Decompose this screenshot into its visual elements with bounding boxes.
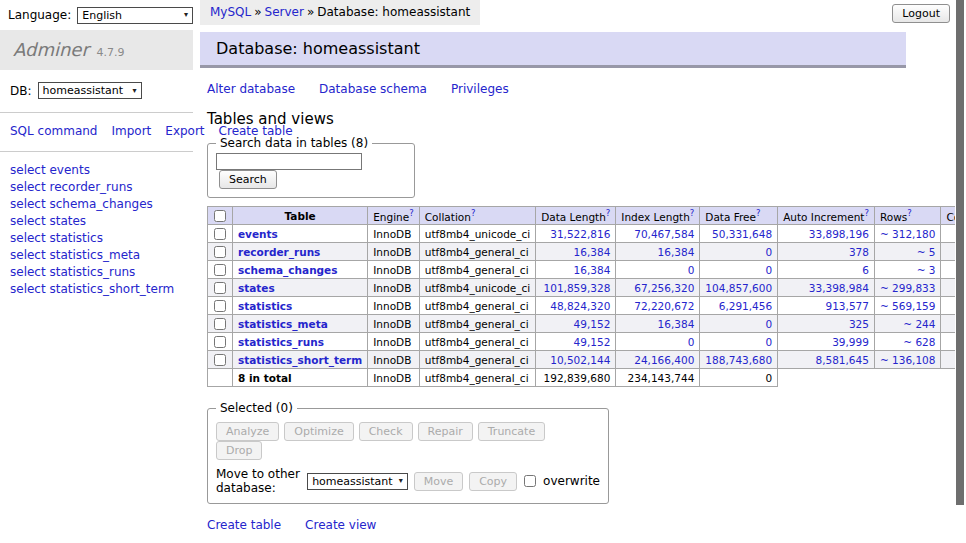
data-length-link[interactable]: 31,522,816 xyxy=(550,228,610,240)
sidebar-item-select-states[interactable]: select states xyxy=(10,213,183,230)
auto-increment-link[interactable]: 6 xyxy=(862,264,869,276)
link-create-view[interactable]: Create view xyxy=(305,518,376,532)
index-length-link[interactable]: 72,220,672 xyxy=(634,300,694,312)
rows-estimate-link[interactable]: ~ 244 xyxy=(903,318,935,330)
data-free-link[interactable]: 0 xyxy=(765,336,772,348)
rows-estimate-link[interactable]: ~ 628 xyxy=(903,336,935,348)
rows-estimate-link[interactable]: ~ 136,108 xyxy=(880,354,936,366)
table-name-link-events[interactable]: events xyxy=(238,228,278,240)
data-length-link[interactable]: 49,152 xyxy=(574,336,611,348)
auto-increment-link[interactable]: 33,398,984 xyxy=(809,282,869,294)
table-name-link-schema-changes[interactable]: schema_changes xyxy=(238,264,338,276)
row-checkbox-statistics-meta[interactable] xyxy=(214,318,226,330)
index-length-link[interactable]: 67,256,320 xyxy=(634,282,694,294)
table-name-link-states[interactable]: states xyxy=(238,282,275,294)
auto-increment-link[interactable]: 8,581,645 xyxy=(815,354,868,366)
data-length-link[interactable]: 48,824,320 xyxy=(550,300,610,312)
auto-increment-link[interactable]: 378 xyxy=(849,246,869,258)
search-button[interactable]: Search xyxy=(219,170,277,189)
link-privileges[interactable]: Privileges xyxy=(451,82,509,96)
index-length-link[interactable]: 16,384 xyxy=(658,318,695,330)
sidebar-item-select-statistics-meta[interactable]: select statistics_meta xyxy=(10,247,183,264)
row-checkbox-statistics[interactable] xyxy=(214,300,226,312)
select-all-checkbox[interactable] xyxy=(214,210,226,222)
table-name-link-recorder-runs[interactable]: recorder_runs xyxy=(238,246,320,258)
index-length-link[interactable]: 16,384 xyxy=(658,246,695,258)
row-checkbox-statistics-runs[interactable] xyxy=(214,336,226,348)
table-name-link-statistics-short-term[interactable]: statistics_short_term xyxy=(238,354,362,366)
breadcrumb-link-server[interactable]: Server xyxy=(265,5,304,19)
sidebar-item-select-schema-changes[interactable]: select schema_changes xyxy=(10,196,183,213)
help-link-index-length[interactable]: ? xyxy=(690,208,695,218)
rows-estimate-link[interactable]: ~ 569,159 xyxy=(880,300,936,312)
index-length-link[interactable]: 0 xyxy=(688,336,695,348)
data-free-link[interactable]: 0 xyxy=(765,246,772,258)
data-free-link[interactable]: 188,743,680 xyxy=(705,354,772,366)
data-length-link[interactable]: 49,152 xyxy=(574,318,611,330)
table-name-link-statistics-meta[interactable]: statistics_meta xyxy=(238,318,328,330)
row-checkbox-schema-changes[interactable] xyxy=(214,264,226,276)
link-database-schema[interactable]: Database schema xyxy=(319,82,427,96)
data-length-link[interactable]: 10,502,144 xyxy=(550,354,610,366)
row-checkbox-events[interactable] xyxy=(214,228,226,240)
move-db-select[interactable]: homeassistant ▾ xyxy=(307,473,408,490)
data-length-link[interactable]: 16,384 xyxy=(574,264,611,276)
move-button[interactable]: Move xyxy=(414,472,464,491)
data-length-link[interactable]: 16,384 xyxy=(574,246,611,258)
copy-button[interactable]: Copy xyxy=(469,472,517,491)
sidebar-action-export[interactable]: Export xyxy=(165,124,204,138)
data-free-link[interactable]: 6,291,456 xyxy=(719,300,772,312)
link-alter-database[interactable]: Alter database xyxy=(207,82,295,96)
truncate-button[interactable]: Truncate xyxy=(478,422,545,441)
rows-estimate-link[interactable]: ~ 5 xyxy=(917,246,936,258)
help-link-collation[interactable]: ? xyxy=(471,208,476,218)
analyze-button[interactable]: Analyze xyxy=(216,422,279,441)
overwrite-checkbox[interactable] xyxy=(524,475,536,487)
sidebar-action-import[interactable]: Import xyxy=(111,124,151,138)
help-link-engine[interactable]: ? xyxy=(409,208,414,218)
check-button[interactable]: Check xyxy=(359,422,413,441)
index-length-link[interactable]: 70,467,584 xyxy=(634,228,694,240)
link-create-table[interactable]: Create table xyxy=(207,518,281,532)
sidebar-item-select-statistics-runs[interactable]: select statistics_runs xyxy=(10,264,183,281)
drop-button[interactable]: Drop xyxy=(216,441,262,460)
sidebar-item-select-statistics-short-term[interactable]: select statistics_short_term xyxy=(10,281,183,298)
breadcrumb-link-mysql[interactable]: MySQL xyxy=(210,5,251,19)
logout-button[interactable]: Logout xyxy=(892,4,950,23)
language-select[interactable]: English ▾ xyxy=(77,7,193,24)
sidebar-item-select-events[interactable]: select events xyxy=(10,162,183,179)
sidebar-item-select-statistics[interactable]: select statistics xyxy=(10,230,183,247)
db-select[interactable]: homeassistant ▾ xyxy=(38,82,142,99)
index-length-link[interactable]: 0 xyxy=(688,264,695,276)
row-checkbox-statistics-short-term[interactable] xyxy=(214,354,226,366)
help-link-data-free[interactable]: ? xyxy=(756,208,761,218)
data-free-link[interactable]: 50,331,648 xyxy=(712,228,772,240)
optimize-button[interactable]: Optimize xyxy=(284,422,353,441)
total-label-cell: 8 in total xyxy=(233,369,368,387)
data-free-link[interactable]: 0 xyxy=(765,264,772,276)
repair-button[interactable]: Repair xyxy=(418,422,473,441)
table-name-link-statistics[interactable]: statistics xyxy=(238,300,292,312)
auto-increment-link[interactable]: 325 xyxy=(849,318,869,330)
auto-increment-link[interactable]: 39,999 xyxy=(832,336,869,348)
scrollbar-thumb[interactable] xyxy=(956,0,964,505)
auto-increment-link[interactable]: 913,577 xyxy=(826,300,869,312)
help-link-data-length[interactable]: ? xyxy=(606,208,611,218)
rows-estimate-link[interactable]: ~ 3 xyxy=(917,264,936,276)
index-length-link[interactable]: 24,166,400 xyxy=(634,354,694,366)
help-link-auto-increment[interactable]: ? xyxy=(864,208,869,218)
data-free-link[interactable]: 0 xyxy=(765,318,772,330)
row-checkbox-states[interactable] xyxy=(214,282,226,294)
table-name-link-statistics-runs[interactable]: statistics_runs xyxy=(238,336,324,348)
search-input[interactable] xyxy=(216,153,362,170)
sidebar-item-select-recorder-runs[interactable]: select recorder_runs xyxy=(10,179,183,196)
auto-increment-link[interactable]: 33,898,196 xyxy=(809,228,869,240)
help-link-rows[interactable]: ? xyxy=(907,208,912,218)
data-length-link[interactable]: 101,859,328 xyxy=(544,282,611,294)
data-free-link[interactable]: 104,857,600 xyxy=(705,282,772,294)
rows-estimate-link[interactable]: ~ 299,833 xyxy=(880,282,936,294)
sidebar-action-sql-command[interactable]: SQL command xyxy=(10,124,97,138)
row-checkbox-recorder-runs[interactable] xyxy=(214,246,226,258)
rows-estimate-link[interactable]: ~ 312,180 xyxy=(880,228,936,240)
scrollbar[interactable] xyxy=(955,0,966,543)
